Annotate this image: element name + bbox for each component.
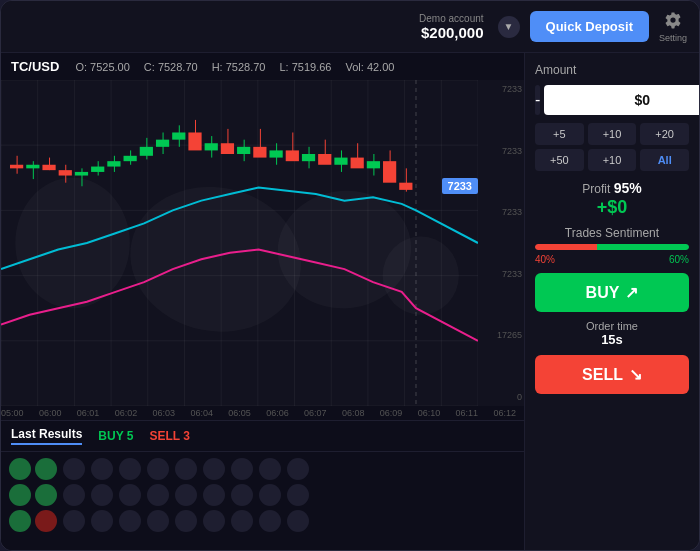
result-dot bbox=[119, 510, 141, 532]
quick-amount-button[interactable]: +5 bbox=[535, 123, 584, 145]
result-dot bbox=[91, 510, 113, 532]
price-tick-1: 7233 bbox=[480, 84, 522, 94]
price-tick-2: 7233 bbox=[480, 146, 522, 156]
sentiment-percentages: 40% 60% bbox=[535, 254, 689, 265]
order-time-label: Order time bbox=[535, 320, 689, 332]
stat-high: H: 7528.70 bbox=[212, 61, 266, 73]
result-dot bbox=[175, 510, 197, 532]
result-dot bbox=[63, 510, 85, 532]
result-dot bbox=[91, 458, 113, 480]
stat-vol: Vol: 42.00 bbox=[345, 61, 394, 73]
sell-label: SELL bbox=[582, 366, 623, 384]
price-tick-3: 7233 bbox=[480, 207, 522, 217]
profit-label: Profit 95% bbox=[582, 182, 641, 196]
result-row bbox=[259, 458, 281, 480]
result-dot bbox=[9, 458, 31, 480]
price-tick-5: 17265 bbox=[480, 330, 522, 340]
trading-pair: TC/USD bbox=[11, 59, 59, 74]
results-column bbox=[175, 458, 197, 544]
sentiment-section: Trades Sentiment 40% 60% bbox=[535, 226, 689, 265]
result-row bbox=[203, 484, 225, 506]
result-dot bbox=[147, 458, 169, 480]
result-dot bbox=[259, 510, 281, 532]
quick-amounts-grid: +5+10+20+50+10All bbox=[535, 123, 689, 171]
result-row bbox=[63, 458, 85, 480]
result-row bbox=[9, 458, 57, 480]
amount-label: Amount bbox=[535, 63, 689, 77]
bottom-header: Last Results BUY 5 SELL 3 bbox=[1, 421, 524, 452]
quick-amount-button[interactable]: +20 bbox=[640, 123, 689, 145]
sentiment-green-pct: 60% bbox=[669, 254, 689, 265]
result-row bbox=[63, 510, 85, 532]
quick-amount-button[interactable]: +50 bbox=[535, 149, 584, 171]
result-row bbox=[63, 484, 85, 506]
order-time-value: 15s bbox=[535, 332, 689, 347]
result-row bbox=[231, 484, 253, 506]
result-dot bbox=[231, 510, 253, 532]
result-dot bbox=[147, 510, 169, 532]
time-tick: 06:11 bbox=[456, 408, 479, 418]
quick-amount-button[interactable]: +10 bbox=[588, 149, 637, 171]
time-tick: 06:08 bbox=[342, 408, 365, 418]
time-axis: 05:0006:0006:0106:0206:0306:0406:0506:06… bbox=[1, 406, 524, 420]
right-panel: Amount - + +5+10+20+50+10All Profit 95% … bbox=[524, 53, 699, 550]
result-dot bbox=[9, 510, 31, 532]
result-dot bbox=[203, 484, 225, 506]
result-dot bbox=[231, 458, 253, 480]
quick-deposit-button[interactable]: Quick Deposit bbox=[530, 11, 649, 42]
result-dot bbox=[147, 484, 169, 506]
result-row bbox=[147, 510, 169, 532]
result-dot bbox=[287, 484, 309, 506]
quick-amount-button[interactable]: +10 bbox=[588, 123, 637, 145]
sentiment-bar bbox=[535, 244, 689, 250]
time-tick: 06:02 bbox=[115, 408, 138, 418]
result-dot bbox=[259, 458, 281, 480]
buy-label: BUY bbox=[586, 284, 620, 302]
result-row bbox=[119, 484, 141, 506]
time-tick: 06:12 bbox=[493, 408, 516, 418]
result-row bbox=[147, 458, 169, 480]
result-row bbox=[9, 510, 57, 532]
result-row bbox=[175, 484, 197, 506]
time-tick: 06:06 bbox=[266, 408, 289, 418]
header: Demo account $200,000 ▼ Quick Deposit Se… bbox=[1, 1, 699, 53]
time-tick: 06:04 bbox=[190, 408, 213, 418]
results-grid bbox=[1, 452, 524, 550]
result-row bbox=[203, 510, 225, 532]
buy-button[interactable]: BUY ↗ bbox=[535, 273, 689, 312]
result-dot bbox=[63, 458, 85, 480]
amount-input-row: - + bbox=[535, 85, 689, 115]
profit-section: Profit 95% +$0 bbox=[535, 179, 689, 218]
settings-label: Setting bbox=[659, 33, 687, 43]
result-row bbox=[175, 510, 197, 532]
time-tick: 06:03 bbox=[153, 408, 176, 418]
app-container: Demo account $200,000 ▼ Quick Deposit Se… bbox=[0, 0, 700, 551]
quick-amount-button[interactable]: All bbox=[640, 149, 689, 171]
result-dot bbox=[119, 484, 141, 506]
result-row bbox=[203, 458, 225, 480]
time-tick: 06:07 bbox=[304, 408, 327, 418]
result-row bbox=[91, 484, 113, 506]
chart-canvas-wrapper: 7233 7233 7233 7233 17265 0 7233 bbox=[1, 80, 524, 406]
amount-input[interactable] bbox=[544, 85, 699, 115]
result-dot bbox=[91, 484, 113, 506]
order-time-section: Order time 15s bbox=[535, 320, 689, 347]
chart-price-axis: 7233 7233 7233 7233 17265 0 bbox=[478, 80, 524, 406]
buy-count: BUY 5 bbox=[98, 429, 133, 443]
amount-minus-button[interactable]: - bbox=[535, 85, 540, 115]
result-row bbox=[175, 458, 197, 480]
buy-arrow-icon: ↗ bbox=[625, 283, 638, 302]
sell-arrow-icon: ↘ bbox=[629, 365, 642, 384]
result-row bbox=[91, 510, 113, 532]
time-tick: 06:01 bbox=[77, 408, 100, 418]
stat-low: L: 7519.66 bbox=[279, 61, 331, 73]
result-row bbox=[287, 484, 309, 506]
account-dropdown-button[interactable]: ▼ bbox=[498, 16, 520, 38]
result-row bbox=[231, 510, 253, 532]
sell-button[interactable]: SELL ↘ bbox=[535, 355, 689, 394]
result-dot bbox=[203, 458, 225, 480]
result-dot bbox=[63, 484, 85, 506]
settings-button[interactable]: Setting bbox=[659, 11, 687, 43]
results-column bbox=[119, 458, 141, 544]
trading-chart-canvas bbox=[1, 80, 478, 406]
